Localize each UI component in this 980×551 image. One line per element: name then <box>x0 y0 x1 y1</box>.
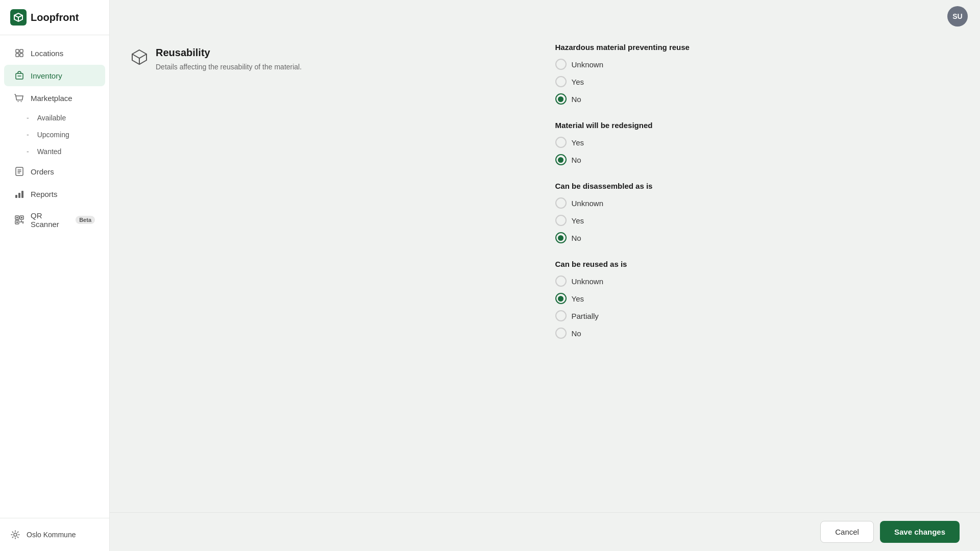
radio-label-reused-unknown: Unknown <box>572 277 604 286</box>
svg-rect-16 <box>21 217 22 218</box>
radio-option-reused-yes[interactable]: Yes <box>555 293 960 304</box>
sidebar-item-reports[interactable]: Reports <box>4 183 105 205</box>
location-icon <box>14 48 24 58</box>
form-group-label-hazardous: Hazardous material preventing reuse <box>555 43 960 52</box>
radio-circle-reused-no[interactable] <box>555 328 567 339</box>
radio-option-hazardous-yes[interactable]: Yes <box>555 76 960 87</box>
form-group-label-redesigned: Material will be redesigned <box>555 121 960 130</box>
inventory-icon <box>14 70 24 81</box>
org-label: Oslo Kommune <box>27 531 76 539</box>
radio-option-reused-partially[interactable]: Partially <box>555 310 960 321</box>
sidebar-sub-item-available-label: Available <box>37 114 66 122</box>
svg-point-18 <box>14 533 17 536</box>
logo-area[interactable]: Loopfront <box>0 0 109 35</box>
radio-circle-redesigned-no[interactable] <box>555 154 567 165</box>
radio-circle-disassembled-unknown[interactable] <box>555 197 567 209</box>
radio-group-hazardous: UnknownYesNo <box>555 59 960 105</box>
radio-option-redesigned-yes[interactable]: Yes <box>555 137 960 148</box>
section-header: Reusability Details affecting the reusab… <box>130 43 535 72</box>
radio-option-hazardous-unknown[interactable]: Unknown <box>555 59 960 70</box>
radio-label-disassembled-no: No <box>572 234 581 242</box>
sidebar-sub-item-wanted[interactable]: Wanted <box>4 143 105 160</box>
radio-label-hazardous-no: No <box>572 95 581 104</box>
radio-option-reused-unknown[interactable]: Unknown <box>555 276 960 287</box>
sidebar-item-inventory-label: Inventory <box>31 71 62 80</box>
sidebar-item-locations[interactable]: Locations <box>4 42 105 64</box>
svg-rect-10 <box>18 193 20 198</box>
form-group-label-disassembled: Can be disassembled as is <box>555 182 960 190</box>
sidebar-item-inventory[interactable]: Inventory <box>4 65 105 86</box>
form-group-label-reused: Can be reused as is <box>555 260 960 268</box>
sidebar-item-marketplace-label: Marketplace <box>31 94 72 103</box>
svg-rect-1 <box>16 49 19 53</box>
sidebar-sub-item-wanted-label: Wanted <box>37 147 62 156</box>
svg-rect-2 <box>20 49 23 53</box>
logo-text: Loopfront <box>31 12 79 23</box>
sidebar-item-orders[interactable]: Orders <box>4 161 105 182</box>
radio-label-disassembled-unknown: Unknown <box>572 199 604 208</box>
form-group-disassembled: Can be disassembled as isUnknownYesNo <box>555 182 960 243</box>
radio-circle-disassembled-yes[interactable] <box>555 215 567 226</box>
beta-badge: Beta <box>76 216 95 224</box>
sidebar-bottom: Oslo Kommune <box>0 518 109 551</box>
radio-circle-hazardous-unknown[interactable] <box>555 59 567 70</box>
reports-icon <box>14 189 24 199</box>
left-column: Reusability Details affecting the reusab… <box>130 43 535 355</box>
sidebar-nav: Locations Inventory Marketplace Availabl… <box>0 35 109 518</box>
sidebar: Loopfront Locations Inventory <box>0 0 110 551</box>
radio-option-reused-no[interactable]: No <box>555 328 960 339</box>
radio-label-reused-yes: Yes <box>572 294 584 303</box>
svg-rect-4 <box>20 54 23 57</box>
radio-label-reused-no: No <box>572 329 581 338</box>
main-content: SU Reusability Details affecting the reu… <box>110 0 980 551</box>
radio-group-reused: UnknownYesPartiallyNo <box>555 276 960 339</box>
radio-label-hazardous-yes: Yes <box>572 78 584 86</box>
radio-circle-hazardous-yes[interactable] <box>555 76 567 87</box>
sidebar-sub-item-available[interactable]: Available <box>4 110 105 126</box>
svg-rect-11 <box>21 191 23 198</box>
svg-rect-3 <box>16 54 19 57</box>
form-group-hazardous: Hazardous material preventing reuseUnkno… <box>555 43 960 105</box>
form-groups: Hazardous material preventing reuseUnkno… <box>555 43 960 339</box>
sidebar-item-qr-scanner-label: QR Scanner <box>31 211 67 229</box>
radio-option-hazardous-no[interactable]: No <box>555 93 960 105</box>
save-button[interactable]: Save changes <box>880 521 960 543</box>
radio-group-redesigned: YesNo <box>555 137 960 165</box>
svg-rect-9 <box>15 195 17 198</box>
radio-circle-reused-yes[interactable] <box>555 293 567 304</box>
svg-rect-17 <box>16 221 18 223</box>
form-group-reused: Can be reused as isUnknownYesPartiallyNo <box>555 260 960 339</box>
org-item[interactable]: Oslo Kommune <box>4 524 105 545</box>
settings-icon <box>10 530 20 540</box>
user-avatar[interactable]: SU <box>947 6 968 27</box>
sidebar-item-orders-label: Orders <box>31 167 54 176</box>
bottom-bar: Cancel Save changes <box>110 512 980 551</box>
svg-point-7 <box>21 101 22 102</box>
radio-circle-reused-unknown[interactable] <box>555 276 567 287</box>
orders-icon <box>14 166 24 177</box>
sidebar-item-marketplace[interactable]: Marketplace <box>4 87 105 109</box>
sidebar-sub-item-upcoming[interactable]: Upcoming <box>4 127 105 143</box>
section-description: Details affecting the reusability of the… <box>156 62 302 72</box>
radio-circle-reused-partially[interactable] <box>555 310 567 321</box>
radio-label-redesigned-no: No <box>572 156 581 164</box>
radio-option-disassembled-unknown[interactable]: Unknown <box>555 197 960 209</box>
radio-circle-hazardous-no[interactable] <box>555 93 567 105</box>
radio-label-redesigned-yes: Yes <box>572 138 584 147</box>
marketplace-icon <box>14 93 24 103</box>
sidebar-item-locations-label: Locations <box>31 49 63 58</box>
section-title: Reusability <box>156 47 302 59</box>
radio-label-reused-partially: Partially <box>572 312 599 320</box>
radio-option-redesigned-no[interactable]: No <box>555 154 960 165</box>
loopfront-logo-icon <box>10 9 27 26</box>
sidebar-sub-item-upcoming-label: Upcoming <box>37 131 69 139</box>
radio-option-disassembled-yes[interactable]: Yes <box>555 215 960 226</box>
radio-group-disassembled: UnknownYesNo <box>555 197 960 243</box>
content-layout: Reusability Details affecting the reusab… <box>130 33 960 355</box>
sidebar-item-qr-scanner[interactable]: QR Scanner Beta <box>4 206 105 234</box>
svg-rect-15 <box>16 217 18 218</box>
radio-circle-redesigned-yes[interactable] <box>555 137 567 148</box>
radio-circle-disassembled-no[interactable] <box>555 232 567 243</box>
radio-option-disassembled-no[interactable]: No <box>555 232 960 243</box>
cancel-button[interactable]: Cancel <box>820 521 874 543</box>
